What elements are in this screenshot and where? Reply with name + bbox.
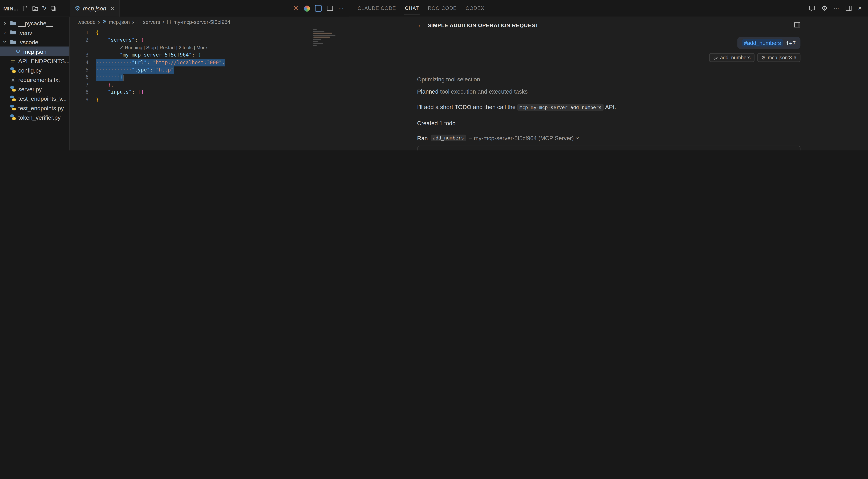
window-actions: ⚙ ⋯ × — [809, 5, 868, 12]
title-bar: MIN... ↻ ⚙ mcp.json × ✳ ⋯ CLAUDE CODE CH… — [0, 0, 868, 17]
tab-chat[interactable]: CHAT — [404, 2, 420, 14]
tool-reference-chip[interactable]: #add_numbers — [742, 39, 783, 47]
chevron-right-icon: › — [162, 19, 164, 25]
message-context-pills: add_numbers ⚙ mcp.json:3-6 — [417, 53, 800, 62]
breadcrumb-symbol-server[interactable]: my-mcp-server-5f5cf964 — [173, 19, 230, 25]
vscode-window: MIN... ↻ ⚙ mcp.json × ✳ ⋯ CLAUDE CODE CH… — [0, 0, 868, 150]
explorer-header: MIN... ↻ — [0, 0, 70, 17]
extension-square-icon[interactable] — [315, 5, 321, 12]
minimap[interactable] — [313, 29, 342, 47]
editor-line-1: 1{ — [70, 29, 349, 37]
folder-icon — [10, 29, 16, 35]
explorer-item-label: __pycache__ — [18, 20, 53, 26]
file-icon — [10, 58, 16, 64]
open-session-in-editor-icon[interactable] — [794, 22, 800, 28]
text-cursor — [123, 74, 123, 81]
editor-actions: ✳ ⋯ — [293, 0, 349, 17]
close-tab-icon[interactable]: × — [111, 5, 114, 12]
new-file-icon[interactable] — [22, 5, 28, 11]
back-icon[interactable]: ← — [417, 21, 424, 29]
close-window-icon[interactable]: × — [858, 5, 862, 12]
tool-run-header[interactable]: Ran add_numbers – my-mcp-server-5f5cf964… — [417, 134, 800, 141]
explorer-item-label: test_endpoints_v... — [18, 95, 67, 101]
new-folder-icon[interactable] — [32, 5, 38, 11]
explorer-item-mcp-json[interactable]: ⚙mcp.json — [0, 47, 69, 56]
explorer-item-token-verifier-py[interactable]: token_verifier.py — [0, 112, 69, 122]
chat-tab-bar: CLAUDE CODE CHAT ROO CODE CODEX ⚙ ⋯ × — [349, 0, 868, 17]
mcp-json-icon: ⚙ — [15, 49, 21, 54]
json-gear-icon: ⚙ — [761, 55, 766, 60]
explorer-item-venv[interactable]: ›.venv — [0, 28, 69, 37]
python-file-icon — [10, 86, 16, 92]
file-icon — [10, 77, 16, 83]
explorer-item-pycache[interactable]: ›__pycache__ — [0, 18, 69, 28]
breadcrumb-folder[interactable]: .vscode — [78, 19, 96, 25]
tool-pill-label: add_numbers — [720, 55, 750, 60]
comment-icon[interactable] — [809, 5, 815, 12]
tool-pill[interactable]: add_numbers — [709, 53, 754, 62]
main-area: ›__pycache__›.venv›.vscode⚙mcp.jsonAPI_E… — [0, 17, 868, 150]
settings-gear-icon[interactable]: ⚙ — [822, 5, 828, 12]
explorer-item-test-endpoints-py[interactable]: test_endpoints.py — [0, 103, 69, 112]
created-todo-line: Created 1 todo — [417, 119, 800, 127]
editor-line-9: 9} — [70, 96, 349, 103]
refresh-explorer-icon[interactable]: ↻ — [42, 6, 46, 11]
claude-spark-icon[interactable]: ✳ — [293, 4, 299, 12]
layout-icon[interactable] — [845, 5, 852, 12]
explorer-item-label: mcp.json — [23, 48, 46, 55]
explorer-item-config-py[interactable]: config.py — [0, 65, 69, 75]
explorer-item-vscode[interactable]: ›.vscode — [0, 37, 69, 47]
explorer-sidebar: ›__pycache__›.venv›.vscode⚙mcp.jsonAPI_E… — [0, 17, 70, 150]
tab-mcp-json[interactable]: ⚙ mcp.json × — [70, 0, 120, 17]
editor-line-7: 7 }, — [70, 81, 349, 89]
python-file-icon — [10, 95, 16, 101]
tab-codex[interactable]: CODEX — [465, 2, 485, 14]
tab-claude-code[interactable]: CLAUDE CODE — [357, 2, 397, 14]
explorer-item-label: test_endpoints.py — [18, 104, 64, 111]
explorer-item-test-endpoints-v[interactable]: test_endpoints_v... — [0, 94, 69, 103]
user-message-bubble: #add_numbers 1+7 — [737, 37, 800, 49]
chevron-right-icon: › — [98, 19, 100, 25]
explorer-item-label: requirements.txt — [18, 76, 60, 83]
ran-label: Ran — [417, 134, 428, 141]
editor-line-2: 2 "servers": { — [70, 37, 349, 44]
chat-messages[interactable]: #add_numbers 1+7 add_numbers ⚙ mcp.json:… — [349, 33, 868, 150]
object-icon: { } — [136, 19, 141, 24]
explorer-item-server-py[interactable]: server.py — [0, 84, 69, 94]
chevron-right-icon: › — [2, 20, 8, 26]
json-gear-icon: ⚙ — [102, 19, 106, 24]
explorer-item-api-endpoints[interactable]: API_ENDPOINTS.... — [0, 56, 69, 65]
chevron-down-icon: › — [2, 39, 8, 44]
more-icon[interactable]: ⋯ — [834, 6, 839, 11]
editor-more-actions-icon[interactable]: ⋯ — [338, 6, 344, 11]
editor-tab-bar: ⚙ mcp.json × ✳ ⋯ — [70, 0, 349, 17]
file-pill[interactable]: ⚙ mcp.json:3-6 — [757, 53, 800, 62]
code-editor[interactable]: 1{2 "servers": {✓ Running | Stop | Resta… — [70, 26, 349, 150]
user-message-text: 1+7 — [786, 40, 796, 46]
python-file-icon — [10, 105, 16, 111]
collapse-folders-icon[interactable] — [51, 5, 57, 11]
editor-line-8: 8 "inputs": [] — [70, 89, 349, 96]
extension-color-icon[interactable] — [304, 5, 310, 11]
tab-roo-code[interactable]: ROO CODE — [427, 2, 457, 14]
breadcrumb[interactable]: .vscode › ⚙ mcp.json › { } servers › { }… — [70, 17, 349, 26]
explorer-item-label: .vscode — [18, 38, 38, 45]
inline-code: mcp_my-mcp-server_add_numbers — [517, 104, 604, 111]
object-icon: { } — [167, 19, 171, 24]
explorer-item-requirements-txt[interactable]: requirements.txt — [0, 75, 69, 84]
tools-icon — [713, 55, 718, 60]
breadcrumb-symbol-servers[interactable]: servers — [143, 19, 160, 25]
breadcrumb-file[interactable]: mcp.json — [109, 19, 130, 25]
python-file-icon — [10, 114, 16, 120]
explorer-item-label: API_ENDPOINTS.... — [18, 57, 69, 64]
folder-icon — [10, 39, 16, 45]
chevron-down-icon[interactable]: › — [575, 137, 581, 139]
editor-line-6: 6········} — [70, 74, 349, 81]
split-editor-icon[interactable] — [327, 5, 333, 12]
tool-call-card: Input { "a": 1, "b": 7} Output "operatio… — [417, 146, 800, 150]
file-pill-label: mcp.json:3-6 — [768, 55, 796, 60]
explorer-item-label: token_verifier.py — [18, 114, 61, 120]
codelens-row[interactable]: ✓ Running | Stop | Restart | 2 tools | M… — [70, 44, 349, 52]
chevron-right-icon: › — [2, 29, 8, 35]
chevron-right-icon: › — [132, 19, 134, 25]
